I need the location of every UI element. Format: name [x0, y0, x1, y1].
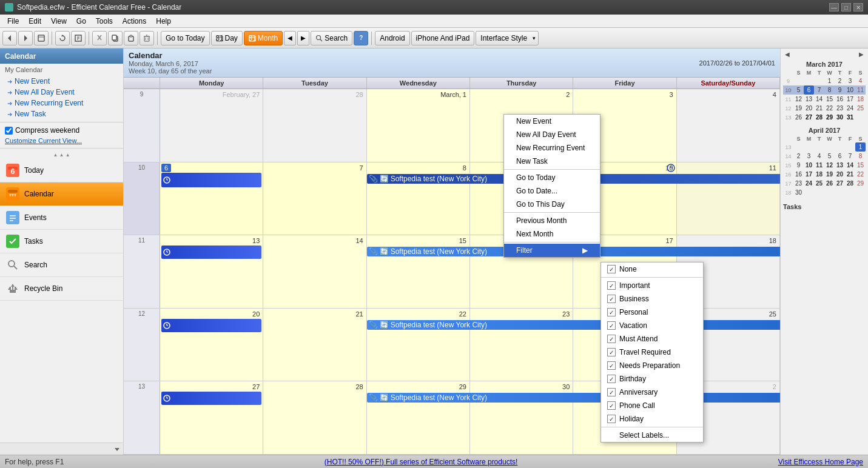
m-d-24[interactable]: 24 [845, 104, 855, 113]
filter-needs-prep[interactable]: Needs Preparation [601, 359, 703, 372]
a-d-18[interactable]: 18 [814, 170, 824, 179]
nav-today[interactable]: 6 Today [0, 159, 123, 182]
menu-actions[interactable]: Actions [118, 16, 151, 27]
menu-edit[interactable]: Edit [24, 16, 46, 27]
a-d-prev1[interactable] [793, 142, 804, 152]
a-d-30[interactable]: 30 [793, 188, 804, 197]
ctx-new-event[interactable]: New Event [504, 115, 600, 128]
m-d-17[interactable]: 17 [845, 95, 855, 104]
iphone-ipad-button[interactable]: iPhone And iPad [411, 31, 475, 45]
menu-go[interactable]: Go [72, 16, 91, 27]
sidebar-scroll-down[interactable] [113, 446, 121, 453]
ctx-go-today[interactable]: Go to Today [504, 171, 600, 184]
search-toolbar-button[interactable]: Search [311, 31, 352, 45]
m-d-8[interactable]: 8 [824, 85, 835, 95]
new-all-day-event-link[interactable]: ➜ New All Day Event [0, 87, 123, 98]
help-button[interactable]: ? [354, 31, 368, 45]
menu-file[interactable]: File [2, 16, 24, 27]
filter-important[interactable]: Important [601, 279, 703, 292]
m-d-10[interactable]: 10 [845, 85, 855, 95]
event-softpedia-week12[interactable]: 📎 🔄 Softpedia test (New York City) [367, 320, 780, 330]
m-d-27[interactable]: 27 [804, 113, 814, 122]
m-d-4[interactable]: 4 [855, 76, 866, 85]
ctx-prev-month[interactable]: Previous Month [504, 214, 600, 227]
a-d-10[interactable]: 10 [804, 161, 814, 170]
a-d-26[interactable]: 26 [824, 179, 835, 188]
m-d-1[interactable]: 1 [824, 76, 835, 85]
toolbar-sync[interactable] [71, 31, 86, 45]
a-d-prev3[interactable] [814, 142, 824, 152]
m-d-9[interactable]: 9 [835, 85, 845, 95]
a-d-n6[interactable] [855, 188, 866, 197]
m-d-21[interactable]: 21 [814, 104, 824, 113]
m-d-5[interactable]: 5 [793, 85, 804, 95]
a-d-n4[interactable] [835, 188, 845, 197]
m-d-19[interactable]: 19 [793, 104, 804, 113]
nav-search[interactable]: Search [0, 253, 123, 277]
m-d-31[interactable]: 31 [845, 113, 855, 122]
nav-events[interactable]: Events [0, 206, 123, 230]
statusbar-promo[interactable]: (HOT!! 50% OFF!) Full series of Efficien… [325, 458, 518, 466]
toolbar-copy[interactable] [108, 31, 123, 45]
a-d-prev6[interactable] [845, 142, 855, 152]
menu-tools[interactable]: Tools [91, 16, 118, 27]
a-d-prev4[interactable] [824, 142, 835, 152]
a-d-4[interactable]: 4 [814, 152, 824, 161]
a-d-28[interactable]: 28 [845, 179, 855, 188]
cal-cell-mar1[interactable]: March, 1 [367, 89, 470, 162]
new-task-link[interactable]: ➜ New Task [0, 109, 123, 119]
a-d-19[interactable]: 19 [824, 170, 835, 179]
nav-calendar[interactable]: Calendar [0, 182, 123, 206]
a-d-6[interactable]: 6 [835, 152, 845, 161]
m-d-11[interactable]: 11 [855, 85, 866, 95]
a-d-5[interactable]: 5 [824, 152, 835, 161]
compress-weekend-checkbox[interactable] [5, 127, 13, 135]
a-d-25[interactable]: 25 [814, 179, 824, 188]
filter-birthday[interactable]: Birthday [601, 372, 703, 386]
statusbar-right[interactable]: Visit Efficcess Home Page [778, 458, 863, 466]
window-controls[interactable]: — □ ✕ [829, 3, 863, 12]
m-d-20[interactable]: 20 [804, 104, 814, 113]
a-d-12[interactable]: 12 [824, 161, 835, 170]
maximize-button[interactable]: □ [841, 3, 851, 12]
toolbar-refresh[interactable] [55, 31, 70, 45]
m-d-3[interactable]: 3 [845, 76, 855, 85]
customize-view-link[interactable]: Customize Current View... [0, 136, 123, 145]
minimize-button[interactable]: — [829, 3, 839, 12]
filter-travel[interactable]: Travel Required [601, 346, 703, 359]
a-d-8[interactable]: 8 [855, 152, 866, 161]
a-d-prev5[interactable] [835, 142, 845, 152]
toolbar-paste[interactable] [124, 31, 138, 45]
filter-phone-call[interactable]: Phone Call [601, 399, 703, 412]
filter-personal[interactable]: Personal [601, 306, 703, 319]
next-period-button[interactable]: ▶ [297, 31, 309, 45]
a-d-17[interactable]: 17 [804, 170, 814, 179]
mini-prev-button[interactable]: ◀ [783, 51, 792, 59]
toolbar-icon1[interactable] [34, 31, 49, 45]
cal-cell-mar23[interactable]: 23 [470, 309, 573, 381]
filter-select-labels[interactable]: Select Labels... [601, 429, 703, 442]
a-d-3[interactable]: 3 [804, 152, 814, 161]
m-d-28[interactable]: 28 [814, 113, 824, 122]
cal-cell-mar22[interactable]: 22 📎 🔄 Softpedia test (New York City) [367, 309, 470, 381]
filter-vacation[interactable]: Vacation [601, 319, 703, 332]
cal-cell-feb28[interactable]: 28 [263, 89, 366, 162]
a-d-n5[interactable] [845, 188, 855, 197]
m-d-12[interactable]: 12 [793, 95, 804, 104]
a-d-n1[interactable] [804, 188, 814, 197]
a-d-1-apr[interactable]: 1 [855, 142, 866, 152]
cal-cell-feb27[interactable]: February, 27 [160, 89, 263, 162]
m-d-prev1[interactable] [793, 76, 804, 85]
m-d-18[interactable]: 18 [855, 95, 866, 104]
month-button[interactable]: 31 Month [244, 31, 283, 45]
filter-must-attend[interactable]: Must Attend [601, 332, 703, 346]
m-d-14[interactable]: 14 [814, 95, 824, 104]
interface-style-dropdown[interactable]: Interface Style [476, 31, 539, 45]
a-d-7[interactable]: 7 [845, 152, 855, 161]
ctx-next-month[interactable]: Next Month [504, 227, 600, 241]
toolbar-back[interactable] [2, 31, 17, 45]
m-d-25[interactable]: 25 [855, 104, 866, 113]
m-d-15[interactable]: 15 [824, 95, 835, 104]
menu-help[interactable]: Help [151, 16, 176, 27]
m-d-7[interactable]: 7 [814, 85, 824, 95]
